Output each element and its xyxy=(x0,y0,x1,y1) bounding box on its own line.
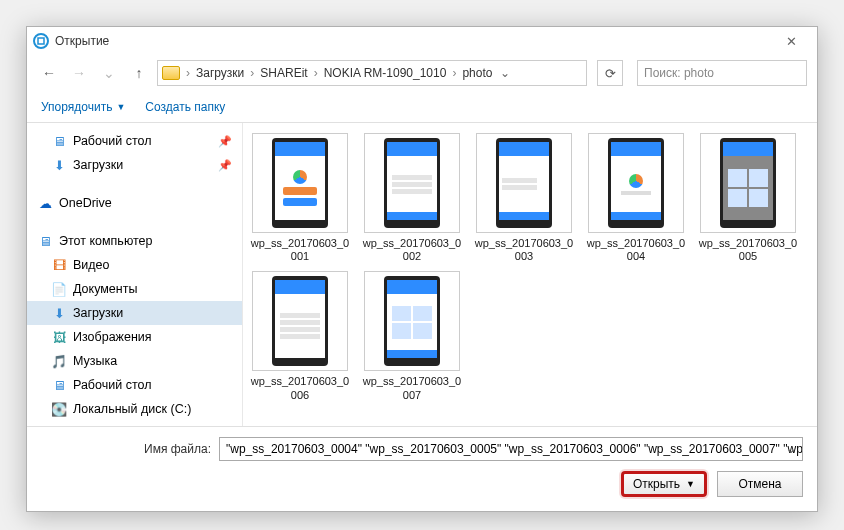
sidebar-item-label: Локальный диск (C:) xyxy=(73,402,191,416)
sidebar-item-label: Загрузки xyxy=(73,158,123,172)
file-label: wp_ss_20170603_0001 xyxy=(249,237,351,263)
breadcrumb-item[interactable]: NOKIA RM-1090_1010 xyxy=(320,66,451,80)
file-label: wp_ss_20170603_0007 xyxy=(361,375,463,401)
open-file-dialog: Открытие ✕ ← → ⌄ ↑ › Загрузки › SHAREit … xyxy=(26,26,818,512)
breadcrumb-dropdown[interactable]: ⌄ xyxy=(500,66,510,80)
sidebar-item-downloads[interactable]: ⬇ Загрузки xyxy=(27,301,242,325)
sidebar-item-disk-d[interactable]: 💽 Локальный диск (D:) xyxy=(27,421,242,426)
nav-row: ← → ⌄ ↑ › Загрузки › SHAREit › NOKIA RM-… xyxy=(27,55,817,91)
file-item[interactable]: wp_ss_20170603_0002 xyxy=(361,133,463,263)
thumbnail-frame xyxy=(252,271,348,371)
desktop-icon: 🖥 xyxy=(51,377,67,393)
open-button-label: Открыть xyxy=(633,477,680,491)
filename-value: "wp_ss_20170603_0004" "wp_ss_20170603_00… xyxy=(226,442,803,456)
sidebar-item-desktop[interactable]: 🖥 Рабочий стол 📌 xyxy=(27,129,242,153)
breadcrumb-sep: › xyxy=(250,66,254,80)
file-label: wp_ss_20170603_0002 xyxy=(361,237,463,263)
sidebar-item-label: Рабочий стол xyxy=(73,134,151,148)
filename-input[interactable]: "wp_ss_20170603_0004" "wp_ss_20170603_00… xyxy=(219,437,803,461)
svg-point-0 xyxy=(34,34,48,48)
sidebar: 🖥 Рабочий стол 📌 ⬇ Загрузки 📌 ☁ OneDrive… xyxy=(27,123,243,426)
file-label: wp_ss_20170603_0003 xyxy=(473,237,575,263)
sidebar-item-images[interactable]: 🖼 Изображения xyxy=(27,325,242,349)
sidebar-item-label: Рабочий стол xyxy=(73,378,151,392)
thumbnail-frame xyxy=(588,133,684,233)
desktop-icon: 🖥 xyxy=(51,133,67,149)
filename-label: Имя файла: xyxy=(41,442,211,456)
breadcrumb-item[interactable]: Загрузки xyxy=(192,66,248,80)
toolbar: Упорядочить ▼ Создать папку xyxy=(27,91,817,123)
file-label: wp_ss_20170603_0006 xyxy=(249,375,351,401)
thumbnail-frame xyxy=(476,133,572,233)
search-input[interactable]: Поиск: photo xyxy=(637,60,807,86)
filename-row: Имя файла: "wp_ss_20170603_0004" "wp_ss_… xyxy=(41,437,803,461)
thumbnail-frame xyxy=(364,133,460,233)
file-grid: wp_ss_20170603_0001wp_ss_20170603_0002wp… xyxy=(243,123,817,426)
breadcrumb-item[interactable]: photo xyxy=(458,66,496,80)
breadcrumb-sep: › xyxy=(314,66,318,80)
dialog-body: 🖥 Рабочий стол 📌 ⬇ Загрузки 📌 ☁ OneDrive… xyxy=(27,123,817,426)
sidebar-item-music[interactable]: 🎵 Музыка xyxy=(27,349,242,373)
file-label: wp_ss_20170603_0004 xyxy=(585,237,687,263)
breadcrumb-item[interactable]: SHAREit xyxy=(256,66,311,80)
disk-icon: 💽 xyxy=(51,425,67,426)
file-item[interactable]: wp_ss_20170603_0003 xyxy=(473,133,575,263)
sidebar-item-downloads-quick[interactable]: ⬇ Загрузки 📌 xyxy=(27,153,242,177)
file-item[interactable]: wp_ss_20170603_0006 xyxy=(249,271,351,401)
app-icon xyxy=(33,33,49,49)
file-item[interactable]: wp_ss_20170603_0005 xyxy=(697,133,799,263)
breadcrumb-sep: › xyxy=(186,66,190,80)
organize-menu[interactable]: Упорядочить ▼ xyxy=(41,100,125,114)
disk-icon: 💽 xyxy=(51,401,67,417)
sidebar-item-label: Документы xyxy=(73,282,137,296)
recent-dropdown[interactable]: ⌄ xyxy=(97,61,121,85)
open-button[interactable]: Открыть ▼ xyxy=(621,471,707,497)
forward-button[interactable]: → xyxy=(67,61,91,85)
dialog-footer: Имя файла: "wp_ss_20170603_0004" "wp_ss_… xyxy=(27,426,817,511)
download-icon: ⬇ xyxy=(51,305,67,321)
organize-label: Упорядочить xyxy=(41,100,112,114)
button-row: Открыть ▼ Отмена xyxy=(41,471,803,497)
sidebar-item-label: Этот компьютер xyxy=(59,234,152,248)
pin-icon: 📌 xyxy=(218,135,232,148)
file-label: wp_ss_20170603_0005 xyxy=(697,237,799,263)
titlebar: Открытие ✕ xyxy=(27,27,817,55)
sidebar-item-video[interactable]: 🎞 Видео xyxy=(27,253,242,277)
file-item[interactable]: wp_ss_20170603_0001 xyxy=(249,133,351,263)
image-icon: 🖼 xyxy=(51,329,67,345)
sidebar-item-label: OneDrive xyxy=(59,196,112,210)
sidebar-item-label: Загрузки xyxy=(73,306,123,320)
back-button[interactable]: ← xyxy=(37,61,61,85)
thumbnail-frame xyxy=(364,271,460,371)
folder-icon xyxy=(162,66,180,80)
breadcrumb[interactable]: › Загрузки › SHAREit › NOKIA RM-1090_101… xyxy=(157,60,587,86)
window-title: Открытие xyxy=(55,34,771,48)
onedrive-icon: ☁ xyxy=(37,195,53,211)
file-item[interactable]: wp_ss_20170603_0004 xyxy=(585,133,687,263)
document-icon: 📄 xyxy=(51,281,67,297)
pin-icon: 📌 xyxy=(218,159,232,172)
sidebar-item-disk-c[interactable]: 💽 Локальный диск (C:) xyxy=(27,397,242,421)
sidebar-item-label: Изображения xyxy=(73,330,152,344)
download-icon: ⬇ xyxy=(51,157,67,173)
breadcrumb-sep: › xyxy=(452,66,456,80)
cancel-button[interactable]: Отмена xyxy=(717,471,803,497)
file-item[interactable]: wp_ss_20170603_0007 xyxy=(361,271,463,401)
sidebar-item-documents[interactable]: 📄 Документы xyxy=(27,277,242,301)
thumbnail-frame xyxy=(252,133,348,233)
music-icon: 🎵 xyxy=(51,353,67,369)
pc-icon: 🖥 xyxy=(37,233,53,249)
video-icon: 🎞 xyxy=(51,257,67,273)
search-placeholder: Поиск: photo xyxy=(644,66,714,80)
sidebar-item-onedrive[interactable]: ☁ OneDrive xyxy=(27,191,242,215)
thumbnail-frame xyxy=(700,133,796,233)
up-button[interactable]: ↑ xyxy=(127,61,151,85)
refresh-button[interactable]: ⟳ xyxy=(597,60,623,86)
close-button[interactable]: ✕ xyxy=(771,34,811,49)
sidebar-item-label: Видео xyxy=(73,258,110,272)
sidebar-item-label: Музыка xyxy=(73,354,117,368)
new-folder-button[interactable]: Создать папку xyxy=(145,100,225,114)
sidebar-item-this-pc[interactable]: 🖥 Этот компьютер xyxy=(27,229,242,253)
sidebar-item-desktop-pc[interactable]: 🖥 Рабочий стол xyxy=(27,373,242,397)
